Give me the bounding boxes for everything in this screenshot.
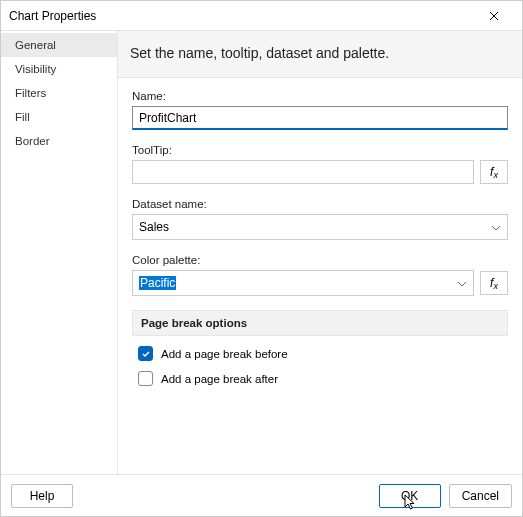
- checkbox-label: Add a page break after: [161, 373, 278, 385]
- page-break-before-checkbox[interactable]: Add a page break before: [138, 346, 508, 361]
- dataset-select[interactable]: Sales: [132, 214, 508, 240]
- chevron-down-icon: [457, 276, 467, 290]
- button-label: Cancel: [462, 489, 499, 503]
- palette-select[interactable]: Pacific: [132, 270, 474, 296]
- checkbox-icon: [138, 371, 153, 386]
- sidebar-item-fill[interactable]: Fill: [1, 105, 117, 129]
- page-break-after-checkbox[interactable]: Add a page break after: [138, 371, 508, 386]
- dialog-body: General Visibility Filters Fill Border S…: [1, 31, 522, 474]
- chart-properties-dialog: Chart Properties General Visibility Filt…: [0, 0, 523, 517]
- dialog-title: Chart Properties: [9, 9, 474, 23]
- tooltip-group: ToolTip: fx: [132, 144, 508, 184]
- chevron-down-icon: [491, 220, 501, 234]
- help-button[interactable]: Help: [11, 484, 73, 508]
- close-button[interactable]: [474, 2, 514, 30]
- fx-icon: fx: [490, 165, 498, 179]
- tooltip-input[interactable]: [132, 160, 474, 184]
- dialog-footer: Help OK Cancel: [1, 474, 522, 516]
- sidebar-item-border[interactable]: Border: [1, 129, 117, 153]
- palette-group: Color palette: Pacific fx: [132, 254, 508, 296]
- dataset-group: Dataset name: Sales: [132, 198, 508, 240]
- content-area: Name: ToolTip: fx Dataset name:: [118, 78, 522, 474]
- main-panel: Set the name, tooltip, dataset and palet…: [118, 31, 522, 474]
- button-label: OK: [401, 489, 418, 503]
- sidebar-item-label: General: [15, 39, 56, 51]
- instruction-text: Set the name, tooltip, dataset and palet…: [118, 31, 522, 78]
- dataset-label: Dataset name:: [132, 198, 508, 210]
- sidebar-item-label: Visibility: [15, 63, 56, 75]
- name-group: Name:: [132, 90, 508, 130]
- sidebar-item-label: Border: [15, 135, 50, 147]
- button-label: Help: [30, 489, 55, 503]
- checkbox-label: Add a page break before: [161, 348, 288, 360]
- cancel-button[interactable]: Cancel: [449, 484, 512, 508]
- tooltip-label: ToolTip:: [132, 144, 508, 156]
- dataset-value: Sales: [139, 220, 169, 234]
- sidebar-item-label: Fill: [15, 111, 30, 123]
- sidebar-item-visibility[interactable]: Visibility: [1, 57, 117, 81]
- page-break-header: Page break options: [132, 310, 508, 336]
- palette-expression-button[interactable]: fx: [480, 271, 508, 295]
- palette-value: Pacific: [139, 276, 176, 290]
- sidebar-item-filters[interactable]: Filters: [1, 81, 117, 105]
- close-icon: [489, 11, 499, 21]
- ok-button[interactable]: OK: [379, 484, 441, 508]
- sidebar-item-label: Filters: [15, 87, 46, 99]
- name-input[interactable]: [132, 106, 508, 130]
- title-bar: Chart Properties: [1, 1, 522, 31]
- sidebar-nav: General Visibility Filters Fill Border: [1, 31, 118, 474]
- tooltip-expression-button[interactable]: fx: [480, 160, 508, 184]
- checkbox-icon: [138, 346, 153, 361]
- name-label: Name:: [132, 90, 508, 102]
- palette-label: Color palette:: [132, 254, 508, 266]
- fx-icon: fx: [490, 276, 498, 290]
- sidebar-item-general[interactable]: General: [1, 33, 117, 57]
